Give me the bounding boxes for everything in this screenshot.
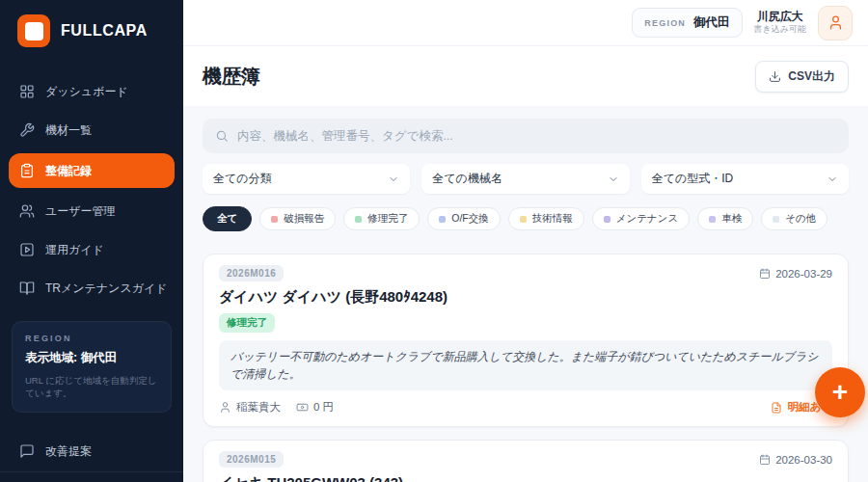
record-cost-value: 0 円 (313, 400, 334, 415)
chevron-down-icon (608, 174, 619, 185)
search-input[interactable] (237, 129, 836, 143)
record-date: 2026-03-30 (759, 454, 832, 466)
region-box-note: URL に応じて地域を自動判定しています。 (25, 374, 158, 400)
sidebar-item-label: TRメンテナンスガイド (45, 281, 168, 297)
csv-export-label: CSV出力 (788, 68, 835, 85)
record-author-name: 稲葉貴大 (236, 400, 281, 415)
users-icon (19, 203, 35, 219)
play-square-icon (19, 242, 35, 257)
machine-name-select-value: 全ての機械名 (432, 171, 502, 187)
record-title: ダイハツ ダイハツ (長野480ﾀ4248) (219, 288, 832, 307)
sidebar-item-label: 機材一覧 (45, 122, 92, 139)
sidebar-item-label: ユーザー管理 (45, 203, 116, 220)
model-id-select-value: 全ての型式・ID (652, 171, 734, 187)
chip-dot (773, 216, 779, 223)
region-pill-value: 御代田 (693, 14, 730, 31)
chip-label: 技術情報 (532, 212, 573, 226)
chip-damage-report[interactable]: 破損報告 (259, 207, 336, 230)
fullcapa-logo-icon (17, 14, 50, 47)
wrench-icon (19, 122, 35, 138)
region-pill-label: REGION (644, 18, 686, 28)
record-date-text: 2026-03-29 (775, 268, 832, 280)
sidebar-item-equipment-list[interactable]: 機材一覧 (0, 113, 183, 147)
search-bar (203, 119, 849, 153)
book-open-icon (19, 281, 35, 296)
chip-dot (355, 216, 362, 223)
chip-repair-complete[interactable]: 修理完了 (343, 207, 420, 230)
brand: FULLCAPA (0, 0, 183, 68)
sidebar-item-label: ダッシュボード (45, 84, 128, 100)
search-icon (215, 129, 229, 143)
user-icon (827, 14, 844, 31)
sidebar-item-label: 整備記録 (45, 163, 92, 179)
sidebar-item-operation-guide[interactable]: 運用ガイド (0, 232, 183, 267)
sidebar-item-feedback[interactable]: 改善提案 (0, 443, 183, 460)
calendar-icon (759, 454, 771, 466)
record-card[interactable]: 2026M015 2026-03-30 イセキ TH205GWW03 (343)… (203, 440, 849, 482)
record-status-badge: 修理完了 (219, 313, 275, 333)
record-id-badge: 2026M015 (219, 451, 284, 468)
chevron-down-icon (827, 174, 838, 185)
record-card-footer: 稲葉貴大 0 円 明細あり (219, 400, 832, 415)
clipboard-icon (19, 163, 35, 178)
user-block: 川尻広大 書き込み可能 (754, 10, 806, 35)
add-record-fab[interactable]: + (815, 367, 865, 417)
chip-maintenance[interactable]: メンテナンス (592, 207, 690, 230)
chevron-down-icon (388, 174, 399, 185)
page-title: 機歴簿 (203, 64, 260, 90)
record-id-badge: 2026M016 (219, 265, 284, 281)
record-title: イセキ TH205GWW03 (343) (219, 474, 832, 482)
chip-label: 修理完了 (367, 212, 408, 226)
filter-chips: 全て 破損報告 修理完了 O/F交換 技術情報 (203, 206, 849, 231)
sidebar-item-dashboard[interactable]: ダッシュボード (0, 74, 183, 109)
sidebar: FULLCAPA ダッシュボード 機材一覧 整備記録 ユーザー管理 運用ガイド (0, 0, 183, 482)
machine-name-select[interactable]: 全ての機械名 (421, 164, 629, 194)
category-select[interactable]: 全ての分類 (203, 164, 410, 194)
chip-vehicle-inspection[interactable]: 車検 (697, 207, 753, 230)
page-header: 機歴簿 CSV出力 (183, 46, 868, 106)
chip-label: 車検 (721, 212, 742, 226)
chip-all[interactable]: 全て (203, 206, 252, 231)
chip-technical-info[interactable]: 技術情報 (508, 207, 584, 230)
record-cost: 0 円 (296, 400, 334, 415)
file-text-icon (771, 402, 782, 414)
chip-dot (271, 216, 278, 223)
region-pill[interactable]: REGION 御代田 (632, 8, 742, 38)
download-icon (769, 70, 781, 83)
sidebar-item-label: 改善提案 (45, 443, 92, 460)
sidebar-item-maintenance-records[interactable]: 整備記録 (9, 153, 175, 188)
app-version: V0.2.0-ALPHA (0, 472, 183, 482)
main-area: REGION 御代田 川尻広大 書き込み可能 機歴簿 CSV出力 (183, 0, 868, 482)
avatar-button[interactable] (818, 6, 853, 40)
csv-export-button[interactable]: CSV出力 (755, 61, 849, 93)
user-name: 川尻広大 (754, 10, 806, 24)
sidebar-item-tr-maintenance-guide[interactable]: TRメンテナンスガイド (0, 271, 183, 306)
record-card-header: 2026M015 2026-03-30 (219, 451, 832, 468)
record-description: バッテリー不可動のためオートクラブで新品購入して交換した。また端子が錆びついてい… (219, 340, 832, 390)
chip-dot (604, 216, 610, 223)
region-box-value: 表示地域: 御代田 (25, 350, 158, 366)
chip-dot (520, 216, 527, 223)
model-id-select[interactable]: 全ての型式・ID (641, 164, 849, 194)
chip-label: 破損報告 (284, 212, 324, 226)
region-box: REGION 表示地域: 御代田 URL に応じて地域を自動判定しています。 (12, 321, 172, 413)
topbar: REGION 御代田 川尻広大 書き込み可能 (183, 0, 868, 46)
brand-name: FULLCAPA (61, 22, 148, 40)
chip-other[interactable]: その他 (761, 207, 827, 230)
record-card[interactable]: 2026M016 2026-03-29 ダイハツ ダイハツ (長野480ﾀ424… (203, 254, 849, 427)
content-area: 全ての分類 全ての機械名 全ての型式・ID 全て 破損報告 (183, 106, 868, 482)
chip-dot (439, 216, 446, 223)
region-box-heading: REGION (25, 334, 158, 343)
record-author: 稲葉貴大 (219, 400, 281, 415)
chip-of-exchange[interactable]: O/F交換 (427, 207, 501, 230)
user-status: 書き込み可能 (754, 24, 806, 35)
category-select-value: 全ての分類 (213, 171, 272, 187)
wallet-icon (296, 401, 309, 414)
app-root: FULLCAPA ダッシュボード 機材一覧 整備記録 ユーザー管理 運用ガイド (0, 0, 868, 482)
dashboard-grid-icon (19, 84, 35, 99)
record-card-header: 2026M016 2026-03-29 (219, 265, 832, 281)
sidebar-nav: ダッシュボード 機材一覧 整備記録 ユーザー管理 運用ガイド TRメンテナンスガ… (0, 74, 183, 306)
calendar-icon (759, 268, 771, 280)
chip-dot (709, 216, 716, 223)
sidebar-item-user-management[interactable]: ユーザー管理 (0, 194, 183, 228)
